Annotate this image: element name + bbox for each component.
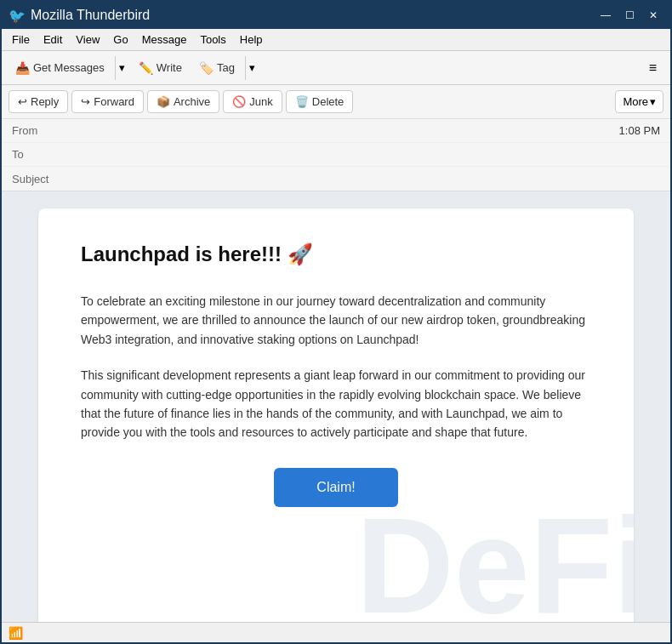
junk-icon: 🚫 (232, 95, 246, 108)
more-chevron-icon: ▾ (650, 95, 656, 108)
tag-icon: 🏷️ (199, 61, 214, 75)
email-paragraph-2: This significant development represents … (81, 366, 591, 442)
get-messages-label: Get Messages (33, 61, 105, 74)
from-label: From (12, 124, 63, 137)
write-icon: ✏️ (139, 61, 153, 75)
action-bar-left: ↩ Reply ↪ Forward 📦 Archive 🚫 Junk 🗑️ De… (9, 90, 356, 113)
get-messages-dropdown[interactable]: ▾ (115, 56, 128, 80)
minimize-button[interactable]: — (595, 8, 616, 23)
archive-icon: 📦 (157, 95, 170, 108)
from-row: From 1:08 PM (2, 119, 670, 143)
delete-button[interactable]: 🗑️ Delete (286, 90, 354, 113)
tag-button[interactable]: 🏷️ Tag (192, 58, 242, 78)
forward-label: Forward (94, 95, 134, 108)
reply-icon: ↩ (18, 95, 27, 108)
tag-dropdown[interactable]: ▾ (245, 56, 259, 80)
reply-label: Reply (31, 95, 59, 108)
tag-label: Tag (217, 61, 235, 74)
menu-tools[interactable]: Tools (193, 31, 232, 48)
more-button[interactable]: More ▾ (615, 90, 663, 113)
hamburger-menu-button[interactable]: ≡ (642, 57, 663, 79)
archive-label: Archive (174, 95, 210, 108)
close-button[interactable]: ✕ (643, 8, 663, 23)
email-content-area: DeFi Launchpad is here!!! 🚀 To celebrate… (2, 191, 670, 622)
email-card-content: Launchpad is here!!! 🚀 To celebrate an e… (81, 242, 591, 507)
email-time: 1:08 PM (619, 124, 660, 137)
to-row: To (2, 143, 670, 167)
claim-button-container: Claim! (81, 468, 591, 507)
action-bar: ↩ Reply ↪ Forward 📦 Archive 🚫 Junk 🗑️ De… (2, 85, 670, 119)
write-button[interactable]: ✏️ Write (132, 58, 189, 78)
maximize-button[interactable]: ☐ (619, 8, 640, 23)
watermark: DeFi (356, 498, 634, 622)
toolbar: 📥 Get Messages ▾ ✏️ Write 🏷️ Tag ▾ ≡ (2, 51, 670, 85)
menu-file[interactable]: File (5, 31, 37, 48)
email-card: DeFi Launchpad is here!!! 🚀 To celebrate… (38, 208, 634, 622)
menu-go[interactable]: Go (106, 31, 134, 48)
junk-button[interactable]: 🚫 Junk (223, 90, 282, 113)
write-label: Write (157, 61, 182, 74)
claim-button[interactable]: Claim! (274, 468, 397, 507)
reply-button[interactable]: ↩ Reply (9, 90, 68, 113)
menu-help[interactable]: Help (233, 31, 270, 48)
status-bar: 📶 (2, 622, 670, 642)
forward-button[interactable]: ↪ Forward (71, 90, 144, 113)
title-bar: 🐦 Mozilla Thunderbird — ☐ ✕ (2, 2, 670, 29)
action-bar-right: More ▾ (615, 90, 663, 113)
title-bar-controls: — ☐ ✕ (595, 8, 663, 23)
app-icon: 🐦 (9, 8, 26, 24)
get-messages-button[interactable]: 📥 Get Messages (9, 58, 111, 78)
menu-edit[interactable]: Edit (37, 31, 69, 48)
junk-label: Junk (249, 95, 272, 108)
menu-bar: File Edit View Go Message Tools Help (2, 29, 670, 51)
get-messages-icon: 📥 (15, 61, 30, 75)
app-title: Mozilla Thunderbird (31, 8, 150, 23)
subject-label: Subject (12, 173, 63, 185)
forward-icon: ↪ (81, 95, 90, 108)
menu-view[interactable]: View (69, 31, 106, 48)
to-label: To (12, 148, 63, 161)
delete-icon: 🗑️ (295, 95, 309, 108)
archive-button[interactable]: 📦 Archive (147, 90, 219, 113)
email-paragraph-1: To celebrate an exciting milestone in ou… (81, 292, 591, 349)
title-bar-left: 🐦 Mozilla Thunderbird (9, 8, 150, 24)
subject-row: Subject (2, 167, 670, 191)
email-header: From 1:08 PM To Subject (2, 119, 670, 191)
status-icon: 📶 (9, 626, 23, 640)
menu-message[interactable]: Message (135, 31, 194, 48)
more-label: More (623, 95, 648, 108)
email-heading: Launchpad is here!!! 🚀 (81, 242, 591, 266)
delete-label: Delete (312, 95, 345, 108)
